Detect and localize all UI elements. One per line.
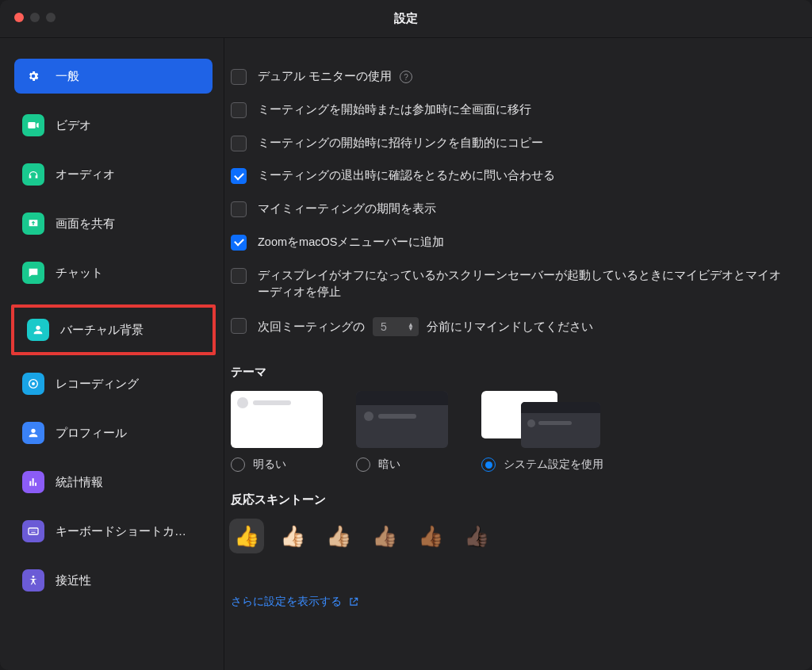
radio-system[interactable] (481, 458, 496, 472)
minimize-button[interactable] (30, 13, 40, 22)
section-title-theme: テーマ (231, 365, 799, 380)
keyboard-icon (22, 520, 44, 542)
sidebar-item-statistics[interactable]: 統計情報 (14, 465, 213, 500)
skin-tone-picker: 👍 👍🏻 👍🏼 👍🏽 👍🏾 👍🏿 (229, 519, 799, 553)
sidebar-item-audio[interactable]: オーディオ (14, 157, 213, 192)
window-body: 一般 ビデオ オーディオ 画面を共有 (0, 38, 812, 670)
stepper-arrows-icon: ▲▼ (408, 323, 414, 331)
sidebar-item-label: 接近性 (56, 573, 91, 588)
checkbox-confirm-on-leave[interactable] (231, 168, 247, 184)
headphones-icon (22, 163, 44, 186)
sidebar-item-label: 一般 (56, 69, 79, 84)
share-screen-icon (22, 212, 44, 235)
checkbox-label: ミーティングの開始時に招待リンクを自動的にコピー (258, 135, 543, 152)
checkbox-row-stop-av-screensaver: ディスプレイがオフになっているかスクリーンセーバーが起動しているときにマイビデオ… (224, 259, 799, 310)
content-panel: デュアル モニターの使用 ? ミーティングを開始時または参加時に全画面に移行 ミ… (224, 38, 812, 670)
sidebar-item-profile[interactable]: プロフィール (14, 415, 213, 450)
close-button[interactable] (14, 13, 24, 22)
checkbox-fullscreen-on-join[interactable] (231, 102, 247, 118)
settings-window: 設定 一般 ビデオ オーディオ (0, 0, 812, 670)
reminder-prefix: 次回ミーティングの (258, 320, 365, 333)
sidebar-item-label: チャット (56, 266, 103, 281)
more-settings-link[interactable]: さらに設定を表示する (231, 595, 799, 609)
chat-icon (22, 262, 44, 284)
reminder-suffix: 分前にリマインドしてください (427, 320, 593, 333)
sidebar-item-general[interactable]: 一般 (14, 59, 213, 94)
checkbox-label: マイミィーティングの期間を表示 (258, 201, 436, 218)
skin-tone-option-2[interactable]: 👍🏼 (321, 519, 356, 553)
checkbox-row-add-menubar: ZoomをmacOSメニューバーに追加 (224, 226, 799, 259)
sidebar-item-label: ビデオ (56, 118, 91, 133)
recording-icon (22, 373, 44, 395)
sidebar-item-chat[interactable]: チャット (14, 255, 213, 290)
section-title-skin-tone: 反応スキントーン (231, 492, 799, 507)
maximize-button[interactable] (46, 13, 56, 22)
theme-thumbnail-system (481, 391, 600, 448)
checkbox-label: ZoomをmacOSメニューバーに追加 (258, 234, 444, 251)
link-label: さらに設定を表示する (231, 595, 342, 609)
theme-options: 明るい 暗い システム (231, 391, 799, 472)
skin-tone-option-0[interactable]: 👍 (229, 519, 264, 553)
sidebar-item-share-screen[interactable]: 画面を共有 (14, 206, 213, 241)
checkbox-reminder[interactable] (231, 318, 247, 334)
sidebar-item-label: 画面を共有 (56, 216, 115, 232)
radio-dark[interactable] (356, 458, 370, 472)
skin-tone-option-5[interactable]: 👍🏿 (459, 519, 494, 553)
skin-tone-option-3[interactable]: 👍🏽 (367, 519, 402, 553)
gear-icon (22, 65, 44, 87)
svg-point-3 (33, 576, 35, 578)
radio-row: 明るい (231, 458, 323, 472)
help-icon[interactable]: ? (400, 71, 412, 83)
checkbox-dual-monitor[interactable] (231, 69, 247, 85)
sidebar-item-label: キーボードショートカ… (56, 524, 186, 539)
theme-label: 暗い (378, 458, 400, 472)
checkbox-copy-invite[interactable] (231, 136, 247, 151)
checkbox-show-duration[interactable] (231, 201, 247, 217)
theme-thumbnail-light (231, 391, 323, 448)
reminder-minutes-stepper[interactable]: 5 ▲▼ (373, 317, 419, 336)
accessibility-icon (22, 569, 44, 592)
svg-rect-2 (29, 528, 38, 534)
titlebar: 設定 (0, 0, 812, 38)
checkbox-label: ミーティングを開始時または参加時に全画面に移行 (258, 101, 531, 119)
person-icon (27, 319, 49, 341)
sidebar-item-accessibility[interactable]: 接近性 (14, 563, 213, 598)
checkbox-add-menubar[interactable] (231, 235, 247, 251)
theme-option-light[interactable]: 明るい (231, 391, 323, 472)
checkbox-label: ミーティングの退出時に確認をとるために問い合わせる (258, 167, 555, 185)
sidebar-item-label: レコーディング (56, 377, 139, 392)
sidebar-item-video[interactable]: ビデオ (14, 108, 213, 143)
radio-row: 暗い (356, 458, 448, 472)
checkbox-stop-av-screensaver[interactable] (231, 268, 247, 284)
checkbox-row-fullscreen-on-join: ミーティングを開始時または参加時に全画面に移行 (224, 94, 799, 127)
checkbox-row-confirm-on-leave: ミーティングの退出時に確認をとるために問い合わせる (224, 159, 799, 193)
checkbox-row-copy-invite: ミーティングの開始時に招待リンクを自動的にコピー (224, 127, 799, 160)
bar-chart-icon (22, 471, 44, 493)
sidebar-item-label: バーチャル背景 (60, 323, 144, 338)
checkbox-label: ディスプレイがオフになっているかスクリーンセーバーが起動しているときにマイビデオ… (258, 267, 781, 302)
theme-thumbnail-dark (356, 391, 448, 448)
sidebar: 一般 ビデオ オーディオ 画面を共有 (0, 38, 224, 670)
highlight-annotation: バーチャル背景 (11, 304, 216, 355)
theme-label: 明るい (253, 458, 286, 472)
radio-row: システム設定を使用 (481, 458, 603, 472)
theme-option-dark[interactable]: 暗い (356, 391, 448, 472)
sidebar-item-label: プロフィール (56, 426, 127, 441)
theme-option-system[interactable]: システム設定を使用 (481, 391, 603, 472)
sidebar-item-virtual-background[interactable]: バーチャル背景 (19, 312, 208, 347)
checkbox-row-show-duration: マイミィーティングの期間を表示 (224, 193, 799, 226)
video-icon (22, 114, 44, 136)
svg-point-1 (32, 382, 35, 385)
radio-light[interactable] (231, 458, 245, 472)
sidebar-item-label: オーディオ (56, 167, 115, 182)
skin-tone-option-1[interactable]: 👍🏻 (275, 519, 310, 553)
label-text: デュアル モニターの使用 (258, 70, 392, 82)
sidebar-item-label: 統計情報 (56, 475, 103, 490)
sidebar-item-keyboard-shortcuts[interactable]: キーボードショートカ… (14, 514, 213, 549)
sidebar-item-recording[interactable]: レコーディング (14, 366, 213, 401)
checkbox-row-reminder: 次回ミーティングの 5 ▲▼ 分前にリマインドしてください (224, 309, 799, 344)
window-controls (14, 13, 56, 22)
skin-tone-option-4[interactable]: 👍🏾 (413, 519, 448, 553)
checkbox-label: デュアル モニターの使用 ? (258, 68, 412, 86)
window-title: 設定 (394, 11, 418, 26)
